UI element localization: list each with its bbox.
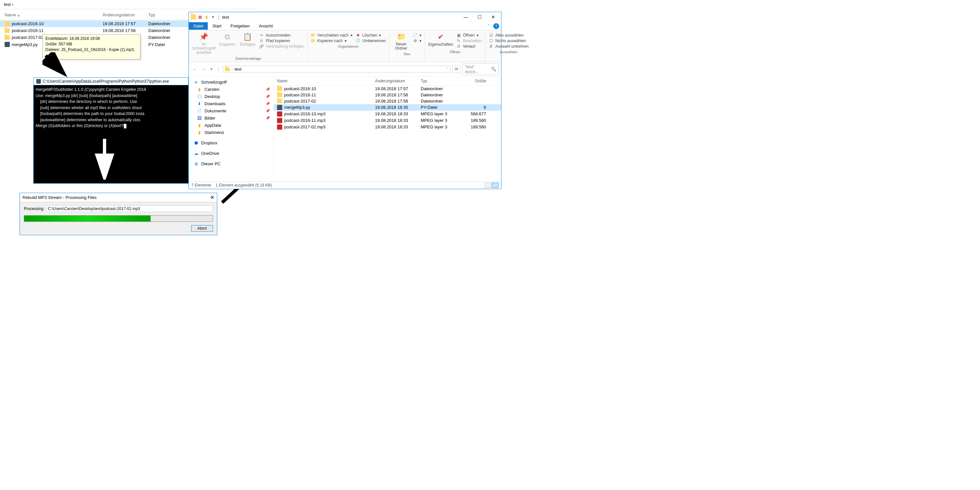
console-output[interactable]: mergeMP3Subfolder 1.1.0 (C)opyright Cars…	[33, 85, 188, 183]
ribbon-tabs: Datei Start Freigeben Ansicht ˄ ?	[189, 22, 501, 30]
edit-button[interactable]: ✎Bearbeiten	[457, 38, 482, 43]
easy-access-icon: ⚙	[413, 38, 417, 43]
folder-icon	[277, 92, 282, 97]
status-bar: 7 Elemente 1 Element ausgewählt (5,18 KB…	[189, 181, 501, 189]
col-name[interactable]: Name	[277, 79, 375, 83]
table-row[interactable]: podcast-2016-11.mp3 19.08.2018 18:33 MPE…	[274, 117, 501, 124]
new-folder-icon[interactable]: ▮	[204, 14, 209, 20]
refresh-button[interactable]: ⟳	[452, 65, 461, 73]
folder-icon	[277, 99, 282, 103]
tree-item[interactable]: ▮AppData	[189, 122, 274, 129]
group-open-label: Öffnen	[428, 49, 482, 54]
tree-thispc[interactable]: 🖥Dieser PC	[189, 161, 274, 167]
paste-icon: 📋	[242, 32, 253, 41]
tree-item[interactable]: ⬇Downloads📌	[189, 100, 274, 108]
file-list[interactable]: Name Änderungsdatum Typ Größe podcast-20…	[274, 77, 501, 181]
navigation-tree[interactable]: ★Schnellzugriff ▮Carsten📌 🖵Desktop📌 ⬇Dow…	[189, 77, 274, 181]
col-date[interactable]: Änderungsdatum	[375, 79, 421, 83]
tab-start[interactable]: Start	[208, 22, 226, 30]
select-none-button[interactable]: ☐Nichts auswählen	[489, 38, 528, 43]
minimize-button[interactable]: —	[461, 14, 470, 20]
explorer-titlebar[interactable]: ▦ ▮ ▾ │ test — ☐ ✕	[189, 12, 501, 22]
table-row[interactable]: podcast-2016-10 19.08.2018 17:57 Dateior…	[274, 86, 501, 92]
tab-share[interactable]: Freigeben	[226, 22, 255, 30]
copy-path-button[interactable]: ⎘Pfad kopieren	[259, 38, 304, 43]
mp3-file-icon	[277, 111, 282, 117]
breadcrumb[interactable]: test ›	[0, 0, 258, 9]
cursor-icon	[124, 124, 126, 128]
table-row[interactable]: podcast-2016-11 19.08.2018 17:56 Dateior…	[274, 92, 501, 98]
table-row[interactable]: podcast-2017-02 19.08.2018 17:56 Dateior…	[274, 98, 501, 104]
forward-button[interactable]: →	[200, 66, 207, 72]
new-folder-icon: 📁	[396, 32, 406, 41]
tree-item[interactable]: ▮Carsten📌	[189, 86, 274, 93]
col-date[interactable]: Änderungsdatum	[103, 13, 148, 18]
properties-button[interactable]: ✔ Eigenschaften	[428, 32, 453, 47]
progress-titlebar[interactable]: Rebuild MP3 Stream - Processing Files ✕	[20, 193, 217, 202]
documents-icon: 📄	[197, 108, 202, 114]
explorer-window: ▦ ▮ ▾ │ test — ☐ ✕ Datei Start Freigeben…	[188, 12, 501, 189]
ribbon: 📌 An Schnellzugriff anheften ⧉ Kopieren …	[189, 30, 501, 62]
open-button[interactable]: ▦Öffnen▾	[457, 33, 482, 38]
paste-button[interactable]: 📋 Einfügen	[239, 32, 256, 47]
tree-item[interactable]: ▮Startmenü	[189, 129, 274, 136]
new-folder-button[interactable]: 📁 Neuer Ordner	[393, 32, 410, 51]
close-button[interactable]: ✕	[489, 14, 498, 20]
view-thumbnails-button[interactable]	[485, 183, 491, 188]
tree-dropbox[interactable]: ⬢Dropbox	[189, 140, 274, 147]
maximize-button[interactable]: ☐	[475, 14, 484, 20]
view-details-button[interactable]	[492, 183, 498, 188]
paste-link-button[interactable]: 🔗Verknüpfung einfügen	[259, 44, 304, 49]
chevron-down-icon[interactable]: ▾	[210, 14, 216, 20]
python-icon	[36, 79, 41, 84]
table-row[interactable]: podcast-2016-10.mp3 19.08.2018 18:33 MPE…	[274, 111, 501, 117]
chevron-down-icon: ▾	[477, 33, 479, 38]
history-button[interactable]: ↺Verlauf	[457, 44, 482, 49]
up-button[interactable]: ↑	[216, 66, 221, 72]
invert-selection-button[interactable]: ⇵Auswahl umkehren	[489, 44, 528, 49]
properties-icon[interactable]: ▦	[197, 14, 202, 20]
pin-icon: 📌	[266, 116, 270, 120]
processing-label: Processing:	[24, 207, 45, 211]
chevron-down-icon[interactable]: ˅	[446, 67, 448, 71]
tab-view[interactable]: Ansicht	[254, 22, 277, 30]
col-type[interactable]: Typ	[421, 79, 463, 83]
help-icon[interactable]: ?	[493, 23, 499, 29]
pin-quickaccess-button[interactable]: 📌 An Schnellzugriff anheften	[192, 32, 216, 55]
new-item-button[interactable]: 📄▾	[413, 33, 422, 38]
close-icon[interactable]: ✕	[210, 194, 214, 200]
easy-access-button[interactable]: ⚙▾	[413, 38, 422, 43]
copy-button[interactable]: ⧉ Kopieren	[219, 32, 236, 47]
delete-button[interactable]: ✖Löschen▾	[356, 33, 386, 38]
recent-dropdown[interactable]: ▾	[209, 66, 214, 72]
table-row[interactable]: mergeMp3.py 19.08.2018 16:35 PY-Datei 6	[274, 104, 501, 111]
abort-button[interactable]: Abort	[191, 225, 213, 232]
tab-file[interactable]: Datei	[189, 22, 208, 30]
col-size[interactable]: Größe	[463, 79, 486, 83]
cut-button[interactable]: ✂Ausschneiden	[259, 33, 304, 38]
rename-button[interactable]: ⓘUmbenennen	[356, 38, 386, 43]
pin-icon: 📌	[266, 94, 270, 99]
tree-quickaccess[interactable]: ★Schnellzugriff	[189, 79, 274, 86]
address-bar-row: ← → ▾ ↑ › test ˅ ⟳ "test" durch... 🔍	[189, 62, 501, 77]
folder-icon	[5, 35, 10, 40]
select-all-button[interactable]: ☑Alles auswählen	[489, 33, 528, 38]
tree-item[interactable]: 📄Dokumente📌	[189, 108, 274, 115]
table-row[interactable]: podcast-2017-02.mp3 19.08.2018 18:33 MPE…	[274, 124, 501, 130]
col-type[interactable]: Typ	[148, 13, 188, 18]
progress-dialog: Rebuild MP3 Stream - Processing Files ✕ …	[20, 193, 217, 235]
tree-onedrive[interactable]: ☁OneDrive	[189, 150, 274, 157]
address-segment[interactable]: test	[235, 67, 242, 72]
collapse-ribbon-icon[interactable]: ˄	[484, 24, 493, 29]
col-name[interactable]: Name▲	[5, 13, 103, 18]
search-input[interactable]: "test" durch... 🔍	[463, 64, 498, 75]
tree-item[interactable]: 🖵Desktop📌	[189, 93, 274, 100]
move-to-button[interactable]: 📁Verschieben nach▾	[311, 33, 353, 38]
processing-path: C:\Users\Carsten\Desktop\test\podcast-20…	[46, 205, 213, 212]
tree-item[interactable]: 🖼Bilder📌	[189, 115, 274, 122]
star-icon: ★	[193, 80, 199, 85]
console-titlebar[interactable]: C:\Users\Carsten\AppData\Local\Programs\…	[33, 78, 188, 85]
back-button[interactable]: ←	[191, 66, 198, 72]
copy-to-button[interactable]: 📁Kopieren nach▾	[311, 38, 353, 43]
address-bar[interactable]: › test ˅	[223, 66, 451, 73]
